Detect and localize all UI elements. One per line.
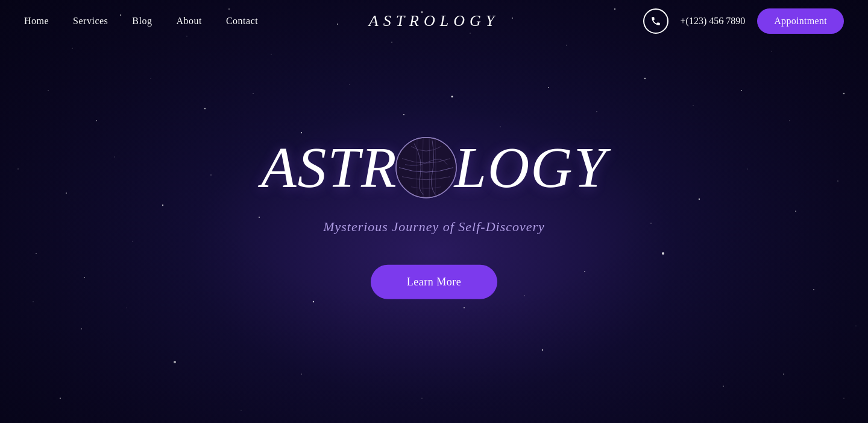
- hero-title: ASTR: [193, 134, 675, 200]
- nav-right-section: +(123) 456 7890 Appointment: [643, 8, 844, 34]
- nav-links-left: Home Services Blog About Contact: [24, 16, 258, 27]
- learn-more-button[interactable]: Learn More: [371, 264, 497, 299]
- phone-number: +(123) 456 7890: [681, 16, 746, 27]
- nav-logo: ASTROLOGY: [369, 12, 499, 30]
- logo-text: ASTROLOGY: [369, 12, 499, 30]
- nav-about[interactable]: About: [176, 16, 202, 27]
- nav-services[interactable]: Services: [73, 16, 108, 27]
- hero-section: Home Services Blog About Contact ASTROLO…: [0, 0, 868, 423]
- phone-icon-button[interactable]: [643, 8, 668, 34]
- hero-subtitle: Mysterious Journey of Self-Discovery: [193, 218, 675, 234]
- nav-contact[interactable]: Contact: [226, 16, 258, 27]
- phone-icon: [650, 16, 661, 27]
- title-right: LOGY: [454, 138, 607, 196]
- planet-icon: [393, 134, 459, 200]
- nav-blog[interactable]: Blog: [132, 16, 152, 27]
- appointment-button[interactable]: Appointment: [757, 8, 844, 34]
- navbar: Home Services Blog About Contact ASTROLO…: [0, 0, 868, 42]
- nav-home[interactable]: Home: [24, 16, 49, 27]
- hero-content: ASTR: [193, 134, 675, 299]
- title-left: ASTR: [261, 138, 398, 196]
